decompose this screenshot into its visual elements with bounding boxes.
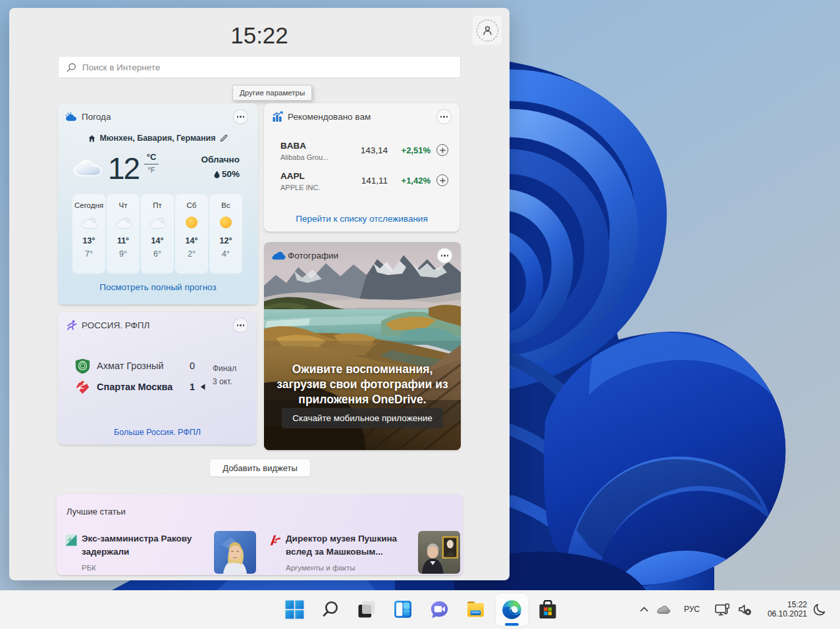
home-icon <box>88 135 95 142</box>
stocks-menu-button[interactable] <box>436 109 452 124</box>
edge-running-indicator <box>505 623 519 626</box>
news-article[interactable]: Экс-замминистра Ракову задержали РБК <box>65 531 256 574</box>
unit-toggle[interactable]: °C °F <box>144 152 159 174</box>
add-widgets-button[interactable]: Добавить виджеты <box>209 459 311 477</box>
fahrenheit-label[interactable]: °F <box>144 166 159 174</box>
onedrive-tray-button[interactable] <box>654 591 673 628</box>
photos-widget[interactable]: Фотографии Оживите воспоминания, загрузи… <box>264 242 461 450</box>
stock-name: APPLE INC. <box>280 184 321 191</box>
stocks-header: Рекомендовано вам <box>264 103 459 130</box>
forecast-lo-temp: 4° <box>209 249 242 259</box>
weather-title: Погода <box>82 112 111 122</box>
plus-icon <box>440 178 446 184</box>
forecast-day[interactable]: Вс 12° 4° <box>209 194 242 274</box>
download-mobile-app-button[interactable]: Скачайте мобильное приложение <box>282 408 443 428</box>
stock-change: +1,42% <box>402 176 431 186</box>
web-search-box[interactable] <box>58 56 461 78</box>
store-button[interactable] <box>532 591 564 628</box>
forecast-icon-wrap <box>209 213 242 232</box>
onedrive-icon <box>272 251 286 260</box>
add-to-watchlist-button[interactable] <box>436 144 448 156</box>
taskbar-clock[interactable]: 15:22 06.10.2021 <box>756 591 807 628</box>
moon-icon <box>813 603 826 616</box>
photos-menu-button[interactable] <box>437 248 452 263</box>
article-headline: Экс-замминистра Ракову задержали <box>82 532 203 559</box>
profile-button[interactable] <box>473 16 502 45</box>
sports-widget[interactable]: РОССИЯ. РФПЛ Ахмат Грозный 0 Спартак Мос… <box>58 312 257 445</box>
photos-promo-message: Оживите воспоминания, загрузив свои фото… <box>274 362 451 407</box>
forecast-day[interactable]: Чт 11° 9° <box>107 194 140 274</box>
weather-widget[interactable]: Погода Мюнхен, Бавария, Германия <box>58 103 258 305</box>
weather-current: 12 °C °F Облачно 50% <box>74 153 240 188</box>
stocks-widget[interactable]: Рекомендовано вам BABA Alibaba Grou... 1… <box>264 103 459 232</box>
forecast-day-label: Пт <box>141 201 174 209</box>
forecast-day-label: Вс <box>209 201 242 209</box>
partly-cloudy-icon <box>149 216 167 229</box>
article-source: РБК <box>82 564 96 572</box>
taskbar: РУС 15:22 06.10.2021 <box>0 590 840 629</box>
edit-pencil-icon[interactable] <box>220 134 228 142</box>
forecast-day-label: Сегодня <box>72 201 105 209</box>
task-view-button[interactable] <box>351 591 382 628</box>
start-button[interactable] <box>278 591 310 628</box>
sports-header: РОССИЯ. РФПЛ <box>58 312 257 338</box>
partly-cloudy-icon <box>80 216 98 229</box>
language-indicator[interactable]: РУС <box>682 591 702 628</box>
forecast-icon-wrap <box>141 213 174 232</box>
match-team-row[interactable]: Спартак Москва <box>75 379 172 395</box>
stock-row[interactable]: AAPL APPLE INC. 141,11 +1,42% <box>280 171 448 193</box>
dot <box>447 255 448 256</box>
file-explorer-button[interactable] <box>459 591 491 628</box>
widgets-button[interactable] <box>387 591 419 628</box>
weather-app-icon <box>65 112 78 121</box>
weather-menu-button[interactable] <box>233 109 248 124</box>
add-to-watchlist-button[interactable] <box>436 174 448 186</box>
weather-location-row[interactable]: Мюнхен, Бавария, Германия <box>58 134 258 143</box>
photos-header: Фотографии <box>264 242 461 268</box>
precipitation-value: 50% <box>222 169 240 179</box>
current-temperature: 12 <box>108 151 139 186</box>
sports-menu-button[interactable] <box>233 318 248 333</box>
sunny-icon <box>219 215 233 230</box>
search-button[interactable] <box>315 591 346 628</box>
task-view-icon <box>357 600 376 618</box>
aif-logo <box>269 534 281 546</box>
stock-change: +2,51% <box>402 145 431 155</box>
weather-header: Погода <box>58 103 258 130</box>
sports-more-link[interactable]: Больше Россия. РФПЛ <box>58 428 257 437</box>
forecast-day[interactable]: Сб 14° 2° <box>175 194 208 274</box>
weather-forecast-link[interactable]: Посмотреть полный прогноз <box>58 282 258 292</box>
chevron-up-icon <box>640 607 648 612</box>
stock-row[interactable]: BABA Alibaba Grou... 143,14 +2,51% <box>280 141 448 163</box>
watchlist-link[interactable]: Перейти к списку отслеживания <box>264 214 459 224</box>
forecast-lo-temp: 7° <box>72 249 105 259</box>
forecast-hi-temp: 12° <box>209 236 242 245</box>
edge-icon <box>502 599 522 620</box>
tray-chevron-button[interactable] <box>635 591 652 628</box>
forecast-lo-temp: 2° <box>175 249 208 259</box>
volume-tray-button[interactable] <box>735 591 754 628</box>
match-team-row[interactable]: Ахмат Грозный <box>75 358 164 374</box>
akhmat-grozny-logo <box>75 359 90 374</box>
search-icon <box>66 63 76 72</box>
dot <box>237 324 238 326</box>
network-tray-button[interactable] <box>712 591 732 628</box>
celsius-label[interactable]: °C <box>144 152 159 162</box>
winner-arrow-icon <box>200 384 205 390</box>
panel-clock: 15:22 <box>9 22 510 49</box>
news-article[interactable]: Директор музея Пушкина вслед за Машковым… <box>269 531 460 574</box>
weather-location: Мюнхен, Бавария, Германия <box>99 134 215 143</box>
edge-button[interactable] <box>496 591 527 628</box>
forecast-day[interactable]: Пт 14° 6° <box>141 194 174 274</box>
avatar <box>477 20 498 41</box>
forecast-day-label: Сб <box>175 201 208 209</box>
news-card: Лучшие статьи Экс-замминистра Ракову зад… <box>57 494 463 575</box>
dot <box>443 116 444 117</box>
chat-button[interactable] <box>423 591 455 628</box>
forecast-icon-wrap <box>175 213 208 232</box>
photos-title: Фотографии <box>288 251 338 261</box>
taskbar-date: 06.10.2021 <box>768 609 807 619</box>
search-input[interactable] <box>82 63 452 72</box>
forecast-day[interactable]: Сегодня 13° 7° <box>72 194 105 274</box>
focus-assist-button[interactable] <box>810 591 828 628</box>
